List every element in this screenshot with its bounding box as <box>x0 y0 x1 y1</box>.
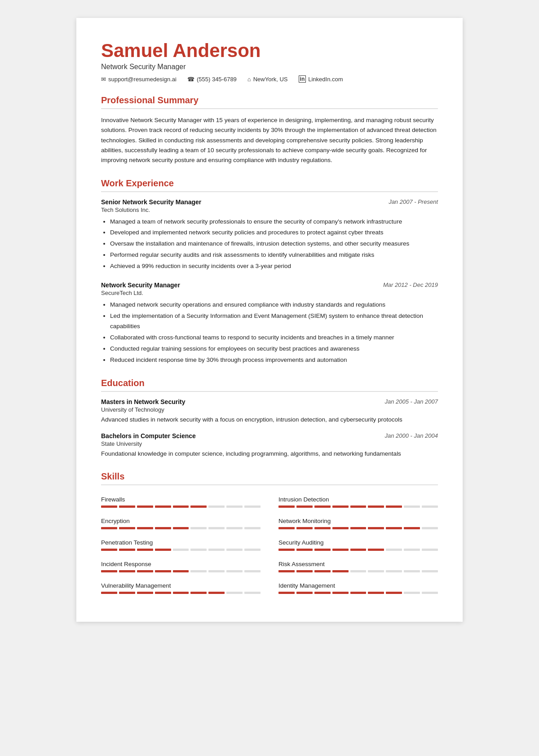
skill-segment-filled <box>278 505 295 508</box>
skill-segment-filled <box>278 570 295 572</box>
skill-segment-filled <box>404 527 420 529</box>
job-0-company: Tech Solutions Inc. <box>101 207 438 213</box>
job-0-header: Senior Network Security Manager Jan 2007… <box>101 198 438 206</box>
skill-bar-6 <box>101 570 261 572</box>
skill-segment-empty <box>422 592 438 594</box>
skill-segment-filled <box>386 505 402 508</box>
skill-segment-filled <box>368 505 384 508</box>
skill-segment-filled <box>190 592 207 594</box>
skill-segment-empty <box>190 527 207 529</box>
skill-segment-empty <box>208 549 225 551</box>
skill-segment-filled <box>278 549 295 551</box>
skill-segment-filled <box>314 592 331 594</box>
skill-segment-filled <box>350 527 367 529</box>
skill-segment-filled <box>332 592 349 594</box>
linkedin-icon: in <box>299 75 306 83</box>
skills-divider <box>101 484 438 485</box>
skill-name-9: Identity Management <box>278 582 438 589</box>
candidate-title: Network Security Manager <box>101 63 438 71</box>
skill-segment-empty <box>404 570 420 572</box>
skills-grid: FirewallsIntrusion DetectionEncryptionNe… <box>101 492 438 599</box>
job-1-bullets: Managed network security operations and … <box>101 300 438 365</box>
skill-bar-9 <box>278 592 438 594</box>
skill-segment-filled <box>350 549 367 551</box>
education-section: Education Masters in Network Security Ja… <box>101 378 438 459</box>
list-item: Achieved a 99% reduction in security inc… <box>110 261 438 272</box>
skill-name-2: Encryption <box>101 518 261 524</box>
edu-1-desc: Foundational knowledge in computer scien… <box>101 449 438 459</box>
list-item: Performed regular security audits and ri… <box>110 250 438 260</box>
skill-segment-filled <box>155 592 171 594</box>
skill-segment-empty <box>404 592 420 594</box>
summary-text: Innovative Network Security Manager with… <box>101 115 438 165</box>
skill-segment-filled <box>296 549 313 551</box>
skill-segment-empty <box>244 549 261 551</box>
skill-segment-empty <box>190 549 207 551</box>
edu-1: Bachelors in Computer Science Jan 2000 -… <box>101 432 438 459</box>
skill-segment-filled <box>368 527 384 529</box>
edu-1-school: State University <box>101 440 438 447</box>
skill-segment-filled <box>386 527 402 529</box>
skill-segment-empty <box>244 527 261 529</box>
location-contact: ⌂ NewYork, US <box>247 75 288 83</box>
skill-segment-filled <box>314 570 331 572</box>
phone-contact: ☎ (555) 345-6789 <box>187 75 237 83</box>
skill-segment-empty <box>208 570 225 572</box>
list-item: Managed network security operations and … <box>110 300 438 310</box>
skill-segment-empty <box>226 505 243 508</box>
skill-name-3: Network Monitoring <box>278 518 438 524</box>
skill-segment-filled <box>314 527 331 529</box>
skill-segment-filled <box>190 505 207 508</box>
edu-0-school: University of Technology <box>101 406 438 413</box>
skill-segment-empty <box>226 570 243 572</box>
skill-bar-7 <box>278 570 438 572</box>
experience-title: Work Experience <box>101 178 438 189</box>
skill-segment-filled <box>137 570 153 572</box>
skill-segment-empty <box>226 592 243 594</box>
skill-segment-filled <box>332 505 349 508</box>
skill-segment-filled <box>278 592 295 594</box>
email-contact: ✉ support@resumedesign.ai <box>101 75 177 83</box>
skill-segment-filled <box>119 549 135 551</box>
skill-bar-2 <box>101 527 261 529</box>
skill-segment-filled <box>208 592 225 594</box>
list-item: Led the implementation of a Security Inf… <box>110 311 438 332</box>
skill-item-9: Identity Management <box>270 578 438 599</box>
contact-info: ✉ support@resumedesign.ai ☎ (555) 345-67… <box>101 75 438 83</box>
skill-item-7: Risk Assessment <box>270 556 438 578</box>
skill-segment-filled <box>119 570 135 572</box>
list-item: Reduced incident response time by 30% th… <box>110 355 438 365</box>
skill-segment-empty <box>208 527 225 529</box>
skill-item-0: Firewalls <box>101 492 270 513</box>
skill-bar-0 <box>101 505 261 508</box>
skill-segment-empty <box>422 527 438 529</box>
resume-document: Samuel Anderson Network Security Manager… <box>76 18 463 622</box>
skill-item-3: Network Monitoring <box>270 513 438 535</box>
skill-segment-filled <box>101 592 117 594</box>
summary-divider <box>101 108 438 109</box>
skill-segment-filled <box>101 527 117 529</box>
skill-segment-filled <box>137 549 153 551</box>
list-item: Managed a team of network security profe… <box>110 217 438 227</box>
skills-section: Skills FirewallsIntrusion DetectionEncry… <box>101 471 438 599</box>
skill-segment-empty <box>422 505 438 508</box>
edu-0-header: Masters in Network Security Jan 2005 - J… <box>101 398 438 405</box>
list-item: Conducted regular training sessions for … <box>110 344 438 354</box>
skill-segment-filled <box>173 592 189 594</box>
list-item: Collaborated with cross-functional teams… <box>110 333 438 343</box>
skill-segment-empty <box>404 549 420 551</box>
skill-segment-filled <box>137 527 153 529</box>
skills-title: Skills <box>101 471 438 482</box>
skill-segment-filled <box>173 505 189 508</box>
skill-segment-filled <box>296 592 313 594</box>
skill-bar-5 <box>278 549 438 551</box>
job-1-title: Network Security Manager <box>101 281 180 289</box>
skill-name-6: Incident Response <box>101 561 261 567</box>
home-icon: ⌂ <box>247 76 251 83</box>
candidate-name: Samuel Anderson <box>101 40 438 61</box>
header-section: Samuel Anderson Network Security Manager… <box>101 40 438 83</box>
skill-segment-empty <box>350 570 367 572</box>
skill-bar-4 <box>101 549 261 551</box>
skill-item-5: Security Auditing <box>270 535 438 556</box>
skill-item-4: Penetration Testing <box>101 535 270 556</box>
